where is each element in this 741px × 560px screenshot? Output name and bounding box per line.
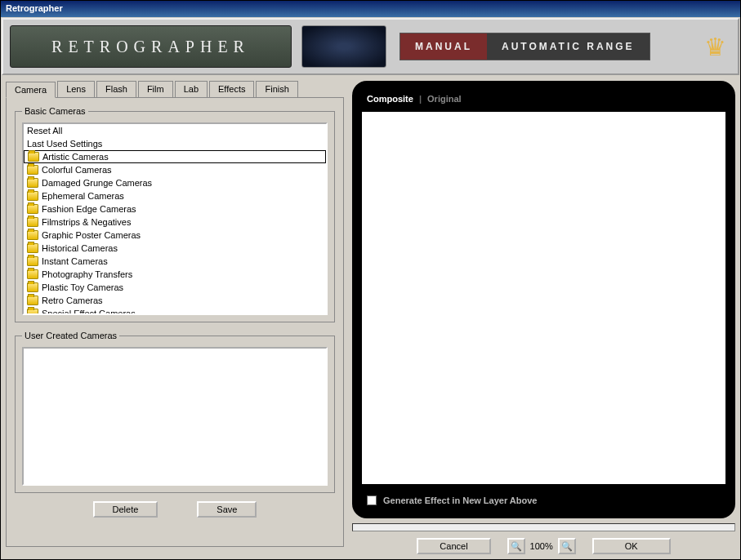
folder-icon [27,165,38,175]
cancel-button[interactable]: Cancel [417,538,490,554]
basic-cameras-list[interactable]: Reset AllLast Used SettingsArtistic Came… [22,122,328,315]
list-item[interactable]: Special Effect Cameras [24,307,326,315]
ok-button[interactable]: OK [592,538,671,554]
save-button[interactable]: Save [197,501,257,518]
preview-tabs: Composite | Original [362,91,725,112]
preview-tab-composite[interactable]: Composite [367,94,413,104]
list-item-label: Ephemeral Cameras [42,191,124,201]
tab-finish[interactable]: Finish [256,81,297,97]
folder-icon [27,217,38,227]
list-item-label: Reset All [27,126,62,136]
list-item[interactable]: Historical Cameras [24,242,326,255]
folder-icon [27,309,38,315]
list-item-label: Retro Cameras [42,296,103,305]
folder-icon [27,256,38,266]
list-item-label: Photography Transfers [42,269,132,279]
tab-lab[interactable]: Lab [175,81,208,97]
list-item-label: Special Effect Cameras [42,309,136,315]
banner: RETROGRAPHER MANUAL AUTOMATIC RANGE ♛ [2,18,739,75]
list-item[interactable]: Retro Cameras [24,294,326,307]
list-item-label: Plastic Toy Cameras [42,282,123,292]
user-cameras-legend: User Created Cameras [22,331,119,340]
list-item-label: Artistic Cameras [42,152,109,162]
tab-effects[interactable]: Effects [209,81,254,97]
tab-lens[interactable]: Lens [57,81,95,97]
folder-icon [27,282,38,292]
window-title: Retrographer [6,3,63,13]
basic-cameras-legend: Basic Cameras [22,106,88,116]
zoom-out-icon: 🔍 [511,541,522,552]
list-item[interactable]: Colorful Cameras [24,163,326,176]
preview-tab-original[interactable]: Original [427,94,462,104]
folder-icon [28,152,39,162]
preview-panel: Composite | Original Generate Effect in … [352,81,735,518]
manual-mode-button[interactable]: MANUAL [400,33,487,60]
list-item-label: Instant Cameras [42,256,108,266]
tab-panel: Basic Cameras Reset AllLast Used Setting… [6,98,344,547]
list-item-label: Last Used Settings [27,139,102,149]
folder-icon [27,178,38,188]
zoom-out-button[interactable]: 🔍 [507,538,525,554]
list-item-label: Graphic Poster Cameras [42,230,141,240]
list-item[interactable]: Filmstrips & Negatives [24,216,326,229]
tab-flash[interactable]: Flash [96,81,136,97]
tab-film[interactable]: Film [138,81,173,97]
list-item-label: Fashion Edge Cameras [42,204,136,214]
list-item[interactable]: Ephemeral Cameras [24,189,326,202]
list-item[interactable]: Artistic Cameras [24,150,326,163]
list-item[interactable]: Graphic Poster Cameras [24,229,326,242]
list-item-label: Colorful Cameras [42,165,112,175]
folder-icon [27,243,38,253]
list-item[interactable]: Damaged Grunge Cameras [24,176,326,189]
list-item[interactable]: Last Used Settings [24,137,326,150]
folder-icon [27,230,38,240]
zoom-level: 100% [530,541,553,551]
basic-cameras-group: Basic Cameras Reset AllLast Used Setting… [15,106,335,322]
list-item-label: Historical Cameras [42,243,118,253]
folder-icon [27,269,38,279]
zoom-in-button[interactable]: 🔍 [558,538,576,554]
app-logo: RETROGRAPHER [10,25,292,68]
progress-bar [352,523,735,531]
list-item[interactable]: Reset All [24,124,326,137]
window-titlebar: Retrographer [1,1,740,17]
mode-switch: MANUAL AUTOMATIC RANGE [400,33,650,60]
list-item[interactable]: Plastic Toy Cameras [24,281,326,294]
list-item-label: Filmstrips & Negatives [42,217,131,227]
delete-button[interactable]: Delete [93,501,158,518]
generate-layer-checkbox[interactable] [367,496,377,505]
folder-icon [27,191,38,201]
preview-canvas[interactable] [362,112,725,484]
folder-icon [27,204,38,214]
list-item-label: Damaged Grunge Cameras [42,178,152,188]
list-item[interactable]: Instant Cameras [24,255,326,268]
folder-icon [27,296,38,305]
list-item[interactable]: Photography Transfers [24,268,326,281]
user-cameras-group: User Created Cameras [15,331,335,493]
generate-layer-label: Generate Effect in New Layer Above [383,496,538,505]
banner-image [301,25,386,68]
zoom-in-icon: 🔍 [561,541,573,552]
tab-camera[interactable]: Camera [6,82,56,98]
user-cameras-list[interactable] [22,347,328,486]
tab-strip: Camera Lens Flash Film Lab Effects Finis… [6,81,344,98]
list-item[interactable]: Fashion Edge Cameras [24,202,326,216]
crown-icon[interactable]: ♛ [699,30,731,63]
automatic-range-button[interactable]: AUTOMATIC RANGE [487,33,649,60]
